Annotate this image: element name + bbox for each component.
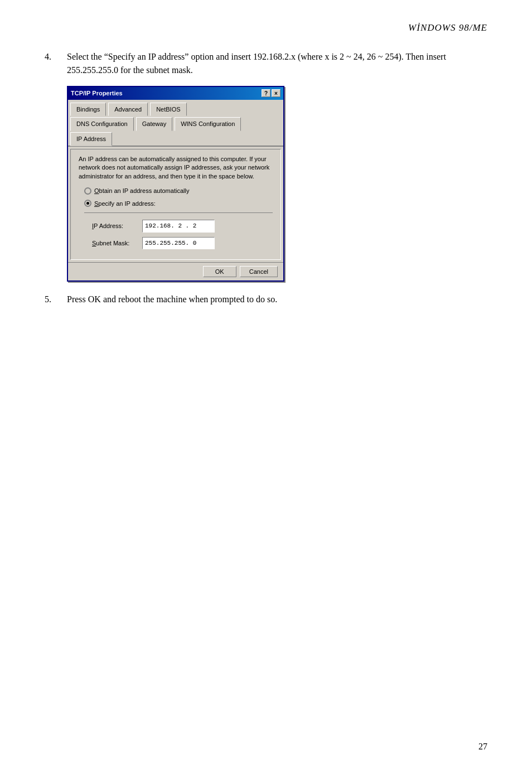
dialog-titlebar: TCP/IP Properties ? × [68, 87, 283, 100]
step-4-content: Select the “Specify an IP address” optio… [67, 50, 487, 282]
tabs-row1: Bindings Advanced NetBIOS [68, 100, 283, 116]
tab-netbios[interactable]: NetBIOS [150, 103, 186, 117]
subnet-mask-input[interactable]: 255.255.255. 0 [142, 237, 215, 250]
radio-specify-label: Specify an IP address: [94, 199, 156, 209]
tab-dns[interactable]: DNS Configuration [70, 117, 134, 131]
info-text: An IP address can be automatically assig… [79, 155, 273, 181]
ip-address-row: IP Address: 192.168. 2 . 2 [92, 220, 273, 233]
step-4: 4. Select the “Specify an IP address” op… [45, 50, 487, 282]
radio-specify[interactable]: Specify an IP address: [84, 199, 273, 209]
radio-specify-btn[interactable] [84, 200, 91, 207]
subnet-mask-row: Subnet Mask: 255.255.255. 0 [92, 237, 273, 250]
close-button[interactable]: × [272, 89, 280, 97]
page-wrapper: WİNDOWS 98/ME 4. Select the “Specify an … [0, 0, 532, 774]
tab-bindings[interactable]: Bindings [70, 103, 106, 117]
tcpip-dialog: TCP/IP Properties ? × Bindings Advanced … [67, 86, 284, 282]
page-number: 27 [478, 742, 487, 752]
header-title: WİNDOWS 98/ME [408, 22, 487, 33]
tab-wins[interactable]: WINS Configuration [175, 117, 241, 131]
radio-obtain[interactable]: Obtain an IP address automatically [84, 186, 273, 196]
subnet-mask-label: Subnet Mask: [92, 239, 142, 248]
ip-address-input[interactable]: 192.168. 2 . 2 [142, 220, 215, 233]
step-5-content: Press OK and reboot the machine when pro… [67, 293, 487, 315]
tab-advanced[interactable]: Advanced [108, 103, 148, 117]
specify-section: IP Address: 192.168. 2 . 2 Subnet Mask: … [84, 212, 273, 249]
step-5: 5. Press OK and reboot the machine when … [45, 293, 487, 315]
radio-obtain-btn[interactable] [84, 187, 91, 195]
titlebar-buttons: ? × [262, 89, 280, 97]
ok-button[interactable]: OK [203, 266, 236, 277]
cancel-button[interactable]: Cancel [240, 266, 278, 277]
step-5-text: Press OK and reboot the machine when pro… [67, 293, 487, 306]
step-4-number: 4. [45, 50, 67, 282]
tabs-row2: DNS Configuration Gateway WINS Configura… [68, 115, 283, 147]
tab-ipaddress[interactable]: IP Address [70, 132, 112, 147]
step-4-text: Select the “Specify an IP address” optio… [67, 50, 487, 77]
radio-group: Obtain an IP address automatically Speci… [84, 186, 273, 208]
tab-gateway[interactable]: Gateway [136, 117, 172, 131]
step-5-number: 5. [45, 293, 67, 315]
help-button[interactable]: ? [262, 89, 270, 97]
dialog-footer: OK Cancel [68, 262, 283, 280]
page-header: WİNDOWS 98/ME [45, 22, 487, 33]
ip-address-label: IP Address: [92, 221, 142, 231]
dialog-content: An IP address can be automatically assig… [70, 149, 281, 260]
dialog-title: TCP/IP Properties [71, 89, 123, 98]
radio-obtain-label: Obtain an IP address automatically [94, 186, 189, 196]
